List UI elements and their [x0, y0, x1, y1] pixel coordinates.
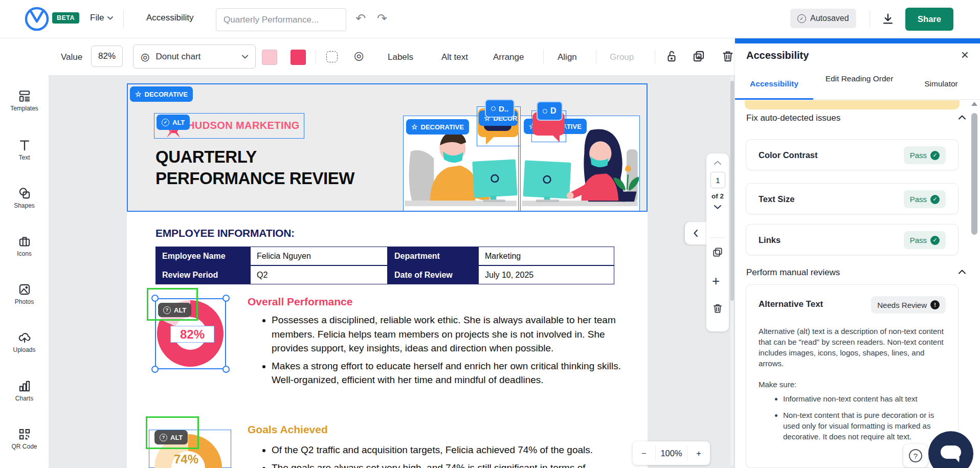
duplicate-page-icon[interactable] [712, 247, 723, 258]
sidebar-item-icons[interactable]: Icons [0, 235, 49, 257]
panel-scrollbar-thumb[interactable] [971, 113, 977, 235]
align-button[interactable]: Align [558, 52, 577, 62]
help-button[interactable]: ? [903, 444, 928, 467]
share-button[interactable]: Share [905, 8, 953, 31]
page-count-label: of 2 [706, 192, 729, 200]
donut-value-input[interactable] [91, 46, 123, 67]
zoom-out-button[interactable]: − [633, 449, 655, 458]
decorative-badge-header[interactable]: ☆ DECORATIVE [130, 86, 193, 102]
sidebar-item-text[interactable]: Text [0, 139, 49, 161]
briefcase-icon [18, 235, 31, 248]
alternative-text-card[interactable]: Alternative Text Needs Review ! Alternat… [746, 284, 959, 468]
overall-performance-bullets[interactable]: Possesses a disciplined, reliable work e… [258, 313, 625, 391]
unlock-icon[interactable] [665, 50, 678, 63]
page-up-icon[interactable] [714, 161, 721, 165]
file-menu[interactable]: File [90, 13, 113, 23]
table-value-cell: Felicia Nguyen [250, 247, 388, 265]
templates-icon [18, 90, 31, 103]
checklist-item: Informative non-text content has alt tex… [783, 393, 948, 404]
collapse-section-icon[interactable] [959, 270, 966, 274]
doc-title-input[interactable] [216, 8, 346, 31]
undo-icon[interactable]: ↶ [355, 11, 366, 26]
decorative-badge-truncated-left[interactable]: D.. [485, 99, 515, 118]
chevron-down-icon [242, 55, 248, 59]
trash-icon[interactable] [721, 50, 734, 63]
zoom-control: − 100% + [633, 441, 710, 465]
duplicate-icon[interactable] [692, 50, 705, 63]
needs-review-badge[interactable]: Needs Review ! [871, 296, 946, 314]
goals-achieved-heading[interactable]: Goals Achieved [248, 424, 328, 436]
close-icon[interactable]: × [961, 49, 969, 61]
bullet-item: Makes a strong effort to educate herself… [272, 359, 625, 387]
scroll-up-arrow-icon[interactable] [971, 102, 977, 106]
alt-text-button[interactable]: Alt text [441, 52, 468, 62]
panel-scrollbar-track[interactable] [971, 100, 977, 468]
app-logo-icon[interactable] [24, 6, 50, 32]
arrange-button[interactable]: Arrange [493, 52, 524, 62]
tab-simulator[interactable]: Simulator [910, 79, 972, 88]
active-tab-underline [735, 98, 813, 100]
sidebar-item-templates[interactable]: Templates [0, 90, 49, 112]
page-down-icon[interactable] [714, 205, 721, 209]
manual-reviews-heading: Perform manual reviews [746, 268, 840, 278]
donut-82-label[interactable]: 82% [170, 326, 214, 343]
panel-title: Accessibility [746, 50, 809, 61]
table-value-cell: Q2 [250, 265, 388, 284]
exclamation-circle-icon: ! [930, 300, 940, 309]
decorative-badge-left-illustration[interactable]: ☆ DECORATIVE [406, 119, 469, 135]
selection-handle[interactable] [222, 295, 230, 302]
selection-handle[interactable] [222, 366, 230, 373]
add-page-icon[interactable]: + [712, 275, 720, 286]
photo-icon [18, 283, 31, 296]
sidebar-item-uploads[interactable]: Uploads [0, 331, 49, 353]
check-circle-icon: ✓ [930, 236, 940, 245]
transparency-icon[interactable] [326, 51, 338, 62]
pass-badge: Pass ✓ [904, 231, 946, 249]
logo-text[interactable]: HUDSON MARKETING [187, 120, 300, 131]
goals-achieved-bullets[interactable]: Of the Q2 traffic and acquisition target… [258, 443, 625, 468]
page-number-box[interactable]: 1 [710, 172, 725, 188]
sidebar-item-shapes[interactable]: Shapes [0, 187, 49, 209]
collapse-section-icon[interactable] [959, 115, 966, 120]
donut-74-label[interactable]: 74% [174, 452, 198, 466]
employee-info-heading[interactable]: EMPLOYEE INFORMATION: [155, 227, 295, 239]
sidebar-item-charts[interactable]: Charts [0, 380, 49, 402]
sidebar-item-qr-code[interactable]: QR Code [0, 428, 49, 450]
zoom-in-button[interactable]: + [687, 449, 710, 458]
make-sure-label: Make sure: [759, 379, 945, 390]
tab-edit-reading-order[interactable]: Edit Reading Order [818, 73, 900, 84]
ring-style-icon[interactable]: ◎ [354, 49, 364, 62]
page-title[interactable]: QUARTERLY PERFORMANCE REVIEW [155, 146, 354, 189]
color-swatch-pink[interactable] [291, 50, 306, 65]
top-bar: BETA File Accessibility ↶ ↷ ✓ Autosaved … [0, 0, 980, 38]
canvas-scrollbar-track[interactable] [730, 77, 734, 465]
alt-text-checklist: Informative non-text content has alt tex… [773, 393, 948, 448]
selection-handle[interactable] [151, 366, 159, 373]
text-size-card[interactable]: Text Size Pass ✓ [746, 183, 959, 214]
links-card[interactable]: Links Pass ✓ [746, 224, 959, 255]
color-swatch-light-pink[interactable] [262, 50, 277, 65]
check-circle-icon: ✓ [930, 195, 940, 204]
download-icon[interactable] [881, 12, 895, 26]
qr-code-icon [18, 428, 31, 441]
left-sidebar: Templates Text Shapes Icons Photos Uploa… [0, 38, 49, 468]
employee-info-table[interactable]: Employee Name Felicia Nguyen Department … [155, 247, 614, 284]
page-nav-strip: 1 of 2 + [706, 153, 729, 331]
zoom-level[interactable]: 100% [656, 449, 687, 458]
delete-page-icon[interactable] [712, 303, 723, 314]
alt-badge-donut-74[interactable]: ? ALT [154, 430, 188, 444]
bullet-item: Of the Q2 traffic and acquisition target… [272, 443, 625, 457]
labels-button[interactable]: Labels [388, 52, 413, 62]
decorative-badge-truncated-right[interactable]: D [537, 101, 563, 121]
alt-badge-donut-82[interactable]: ? ALT [158, 303, 191, 317]
canvas-scrollbar-thumb[interactable] [730, 81, 734, 301]
accessibility-menu[interactable]: Accessibility [146, 13, 194, 23]
collapse-panel-tab[interactable] [685, 222, 707, 244]
alt-badge-logo[interactable]: ✓ ALT [157, 115, 190, 130]
redo-icon[interactable]: ↷ [377, 11, 387, 26]
overall-performance-heading[interactable]: Overall Performance [248, 296, 352, 308]
color-contrast-card[interactable]: Color Contrast Pass ✓ [746, 139, 959, 170]
sidebar-item-photos[interactable]: Photos [0, 283, 49, 305]
chart-type-select[interactable]: ◎ Donut chart [133, 44, 256, 69]
tab-accessibility[interactable]: Accessibility [735, 79, 813, 88]
